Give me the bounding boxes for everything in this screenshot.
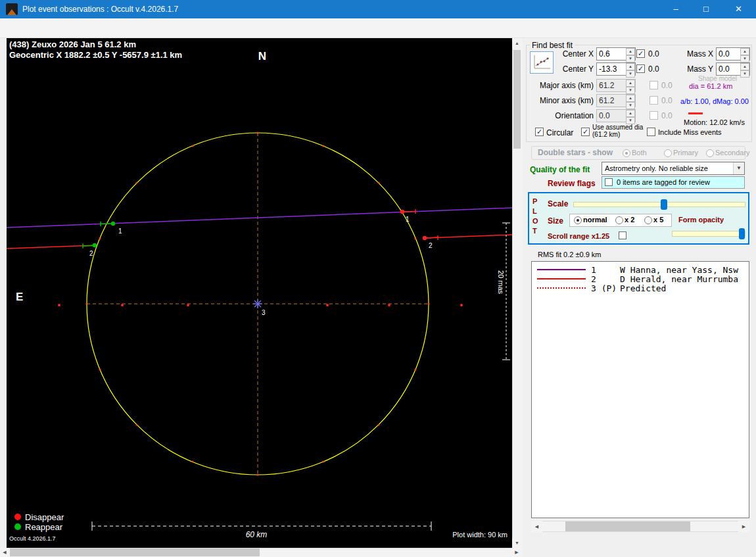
mass-y-value[interactable]: 0.0: [717, 63, 740, 75]
double-secondary-radio: [706, 149, 714, 157]
occultation-plot-area[interactable]: 1 1 2 2 3: [7, 38, 512, 548]
major-err-checkbox: [650, 81, 658, 89]
scroll-left-button[interactable]: ◀: [0, 548, 9, 557]
best-fit-button[interactable]: [530, 51, 554, 74]
major-axis-spinner[interactable]: 61.2 ▲▼: [596, 79, 636, 92]
orientation-value: 0.0: [597, 110, 626, 122]
spin-down-icon[interactable]: ▼: [626, 55, 635, 62]
include-miss-checkbox[interactable]: [647, 128, 655, 136]
review-flags-checkbox[interactable]: [605, 178, 613, 186]
spin-down-icon[interactable]: ▼: [740, 70, 749, 78]
plot-width-label: Plot width: 90 km: [452, 531, 508, 539]
quality-dropdown[interactable]: Astrometry only. No reliable size ▼: [602, 162, 745, 175]
major-axis-label: Major axis (km): [539, 81, 594, 90]
list-hscroll-thumb[interactable]: [565, 521, 690, 531]
find-best-fit-title: Find best fit: [530, 41, 575, 50]
list-scroll-left-button[interactable]: ◀: [531, 521, 542, 532]
quality-label: Quality of the fit: [530, 165, 590, 174]
double-stars-title: Double stars - show: [538, 148, 613, 157]
center-x-label: Center X: [555, 49, 594, 59]
app-icon: [6, 3, 18, 15]
rms-fit-label: RMS fit 0.2 ±0.9 km: [538, 251, 602, 258]
spin-down-icon[interactable]: ▼: [626, 70, 635, 78]
double-primary-label: Primary: [673, 149, 698, 157]
spin-up-icon[interactable]: ▲: [626, 48, 635, 55]
size-normal-radio[interactable]: [574, 216, 582, 224]
center-x-spinner[interactable]: 0.6 ▲▼: [596, 47, 636, 61]
minor-axis-label: Minor axis (km): [539, 96, 594, 105]
center-x-value[interactable]: 0.6: [597, 48, 626, 60]
menu-bar: with Plot... Plot options... ? Help Keep…: [0, 18, 756, 38]
orientation-label: Orientation: [539, 111, 594, 120]
mass-y-spinner[interactable]: 0.0 ▲▼: [716, 62, 750, 76]
dropdown-arrow-icon[interactable]: ▼: [733, 162, 744, 174]
quality-value: Astrometry only. No reliable size: [602, 162, 733, 174]
north-label: N: [258, 50, 266, 62]
mass-x-spinner[interactable]: 0.0 ▲▼: [716, 47, 750, 61]
major-err-value: 0.0: [661, 81, 673, 90]
minimize-button[interactable]: –: [661, 0, 691, 18]
legend-disappear: Disappear: [25, 512, 64, 522]
chord-1-line: [7, 208, 512, 228]
list-scroll-right-button[interactable]: ▶: [738, 521, 749, 532]
center-y-err-value: 0.0: [648, 64, 659, 74]
orientation-spinner[interactable]: 0.0 ▲▼: [596, 109, 636, 122]
form-opacity-slider-thumb[interactable]: [739, 228, 745, 239]
size-normal-label: normal: [583, 216, 607, 224]
mass-x-value[interactable]: 0.0: [717, 48, 740, 60]
scale-slider[interactable]: [573, 202, 745, 207]
orientation-err-value: 0.0: [661, 111, 673, 120]
spin-up-icon[interactable]: ▲: [740, 63, 749, 70]
use-assumed-label: Use assumed dia (61.2 km): [592, 124, 644, 138]
dia-label: dia = 61.2 km: [689, 82, 732, 90]
minor-axis-spinner[interactable]: 61.2 ▲▼: [596, 94, 636, 107]
chord-2-label-left: 2: [89, 250, 93, 257]
check-icon: ✓: [638, 64, 644, 72]
plot-hscroll-thumb[interactable]: [10, 548, 260, 556]
circular-checkbox[interactable]: ✓: [535, 128, 544, 136]
spin-up-icon[interactable]: ▲: [626, 63, 635, 70]
check-icon: ✓: [536, 128, 542, 135]
center-y-spinner[interactable]: -13.3 ▲▼: [596, 62, 636, 76]
use-assumed-checkbox[interactable]: ✓: [581, 128, 590, 136]
minor-err-checkbox: [650, 96, 658, 105]
spin-down-icon: ▼: [626, 102, 635, 109]
scroll-right-button[interactable]: ▶: [511, 548, 522, 557]
km-scale-bar: [92, 521, 431, 531]
orientation-err-checkbox: [650, 111, 658, 120]
plot-title-line1: (438) Zeuxo 2026 Jan 5 61.2 km: [9, 39, 136, 49]
major-axis-value: 61.2: [597, 80, 626, 91]
plot-version-label: Occult 4.2026.1.7: [9, 535, 56, 542]
center-star-icon: [253, 299, 262, 308]
chord-1-disappear-marker: [400, 209, 415, 214]
center-y-err-checkbox[interactable]: ✓: [636, 64, 645, 73]
double-secondary-label: Secondary: [715, 149, 750, 157]
maximize-button[interactable]: □: [691, 0, 721, 18]
spin-down-icon[interactable]: ▼: [740, 55, 749, 62]
scroll-range-label: Scroll range x1.25: [548, 232, 609, 240]
observer-num: 1: [591, 265, 596, 275]
scroll-down-button[interactable]: ▼: [512, 538, 522, 548]
close-button[interactable]: ✕: [721, 0, 756, 18]
motion-label: Motion: 12.02 km/s: [684, 118, 745, 126]
center-x-err-checkbox[interactable]: ✓: [636, 49, 645, 58]
form-opacity-slider[interactable]: [672, 231, 745, 237]
scroll-up-button[interactable]: ▲: [512, 38, 522, 48]
plot-vscroll-thumb[interactable]: [513, 50, 521, 149]
size-x2-label: x 2: [625, 216, 634, 224]
review-flags-text: 0 items are tagged for review: [617, 178, 710, 186]
ab-dmag-label: a/b: 1.00, dMag: 0.00: [680, 97, 749, 105]
title-bar: Plot event observations : Occult v.4.202…: [0, 0, 756, 18]
scroll-range-checkbox[interactable]: [619, 231, 626, 239]
observer-list[interactable]: 1 W Hanna, near Yass, Nsw 2 D Herald, ne…: [531, 261, 749, 518]
double-primary-radio: [664, 149, 672, 157]
size-x5-radio[interactable]: [644, 216, 652, 224]
center-y-value[interactable]: -13.3: [597, 63, 626, 75]
minor-axis-value: 61.2: [597, 95, 626, 107]
chord-2-reappear-marker: [83, 243, 97, 249]
review-flags-label: Review flags: [548, 179, 596, 188]
spin-up-icon[interactable]: ▲: [740, 48, 749, 55]
size-x2-radio[interactable]: [615, 216, 623, 224]
km-scale-label: 60 km: [246, 530, 268, 539]
scale-slider-thumb[interactable]: [661, 199, 667, 210]
